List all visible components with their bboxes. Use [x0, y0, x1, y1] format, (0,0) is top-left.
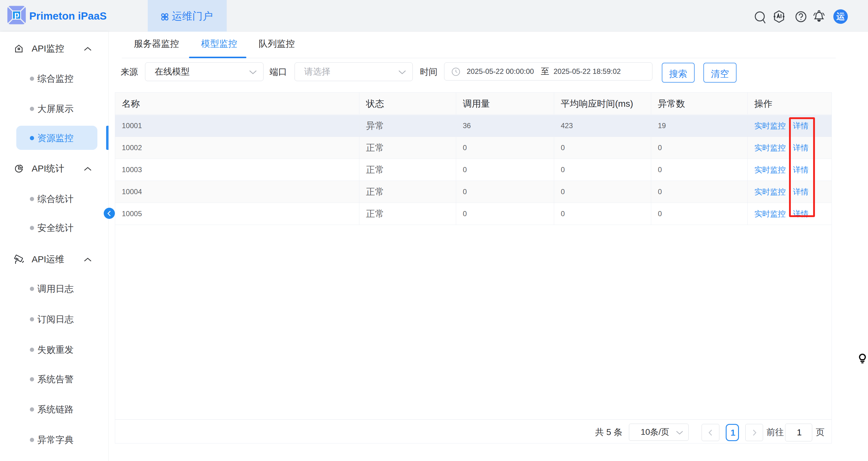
svg-text:p: p — [14, 10, 19, 19]
